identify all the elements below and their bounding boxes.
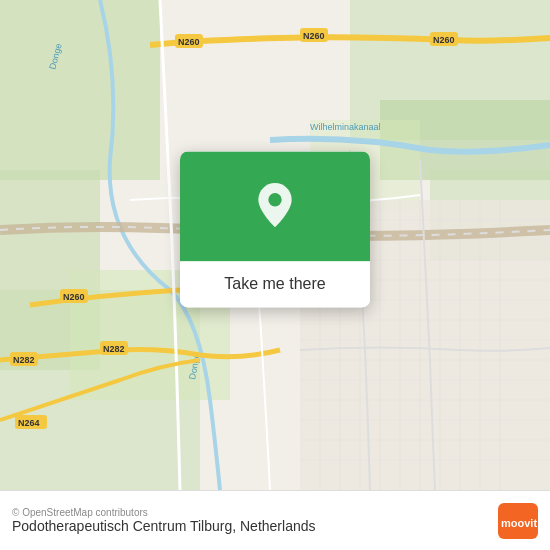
location-title: Podotherapeutisch Centrum Tilburg, Nethe… <box>12 518 316 534</box>
svg-text:N260: N260 <box>63 292 85 302</box>
svg-text:N260: N260 <box>433 35 455 45</box>
popup-green-header <box>180 151 370 261</box>
svg-text:N260: N260 <box>178 37 200 47</box>
location-pin-icon <box>250 181 300 231</box>
attribution-text: © OpenStreetMap contributors <box>12 507 316 518</box>
take-me-there-button[interactable]: Take me there <box>180 261 370 307</box>
popup-card: Take me there <box>180 151 370 307</box>
svg-text:moovit: moovit <box>501 517 537 529</box>
svg-text:N260: N260 <box>303 31 325 41</box>
map-container: Wilhelminakanaal Donge Donge N260 N260 N… <box>0 0 550 490</box>
svg-text:N282: N282 <box>103 344 125 354</box>
footer-left: © OpenStreetMap contributors Podotherape… <box>12 507 316 534</box>
svg-text:Wilhelminakanaal: Wilhelminakanaal <box>310 122 381 132</box>
moovit-logo-icon: moovit <box>498 503 538 539</box>
svg-text:N264: N264 <box>18 418 40 428</box>
svg-point-50 <box>268 193 281 206</box>
moovit-logo: moovit <box>498 503 538 539</box>
footer-bar: © OpenStreetMap contributors Podotherape… <box>0 490 550 550</box>
svg-rect-1 <box>0 0 160 180</box>
svg-text:N282: N282 <box>13 355 35 365</box>
